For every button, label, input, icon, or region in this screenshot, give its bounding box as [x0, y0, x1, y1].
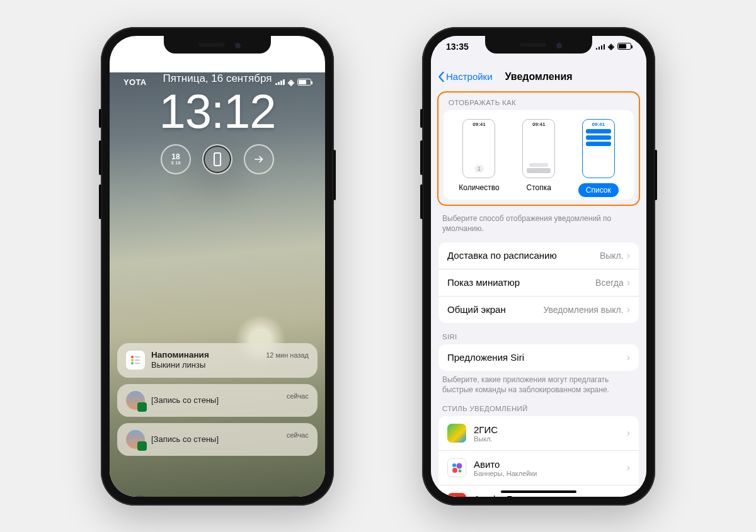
display-as-highlight: ОТОБРАЖАТЬ КАК 09:41 1 Количество 09:41	[437, 91, 640, 206]
row-show-previews[interactable]: Показ миниатюр Всегда›	[438, 269, 639, 296]
svg-point-9	[452, 468, 457, 473]
signal-icon	[596, 43, 605, 50]
wifi-icon: ◈	[288, 77, 294, 87]
notification-body: Выкини линзы	[151, 360, 205, 370]
app-icon-alfabank: A	[447, 493, 466, 496]
notification-time: сейчас	[287, 392, 309, 400]
app-row-2gis[interactable]: 2ГИСВыкл. ›	[438, 416, 639, 450]
svg-point-5	[131, 362, 134, 365]
svg-point-3	[131, 359, 134, 361]
back-button[interactable]: Настройки	[437, 71, 493, 82]
home-indicator[interactable]	[501, 490, 576, 493]
settings-group-general: Доставка по расписанию Выкл.› Показ мини…	[438, 242, 639, 323]
page-title: Уведомления	[505, 71, 572, 82]
settings-screen[interactable]: 13:35 ◈ Настройки Уведомления ОТОБРАЖАТЬ…	[431, 36, 646, 497]
notification-app: Напоминания	[151, 350, 209, 359]
phone-lockscreen: YOTA ◈ Пятница, 16 сентября 13:12 183 18	[101, 27, 334, 506]
nav-bar: Настройки Уведомления	[431, 65, 646, 89]
option-label: Количество	[459, 183, 499, 192]
lockscreen-widgets: 183 18	[110, 144, 325, 174]
lockscreen-bottom-bar: Смахните вверх, чтобы открыть	[110, 495, 325, 497]
section-header-style: СТИЛЬ УВЕДОМЛЕНИЙ	[431, 395, 646, 416]
row-scheduled-delivery[interactable]: Доставка по расписанию Выкл.›	[438, 242, 639, 269]
display-option-list[interactable]: 09:41 Список	[578, 119, 619, 197]
status-bar: YOTA ◈	[110, 77, 325, 87]
lockscreen-time: 13:12	[110, 88, 325, 135]
battery-icon	[297, 79, 311, 86]
siri-footer: Выберите, какие приложения могут предлаг…	[431, 371, 646, 395]
svg-rect-4	[135, 359, 140, 361]
app-list: 2ГИСВыкл. › АвитоБаннеры, Наклейки › A А…	[438, 416, 639, 496]
notification-item[interactable]: [Запись со стены] сейчас	[117, 384, 318, 417]
vk-avatar-icon	[126, 391, 145, 410]
notification-body: [Запись со стены]	[151, 395, 219, 405]
svg-point-1	[131, 356, 134, 358]
battery-icon	[617, 43, 631, 50]
chevron-left-icon	[437, 71, 445, 82]
status-time: 13:35	[446, 42, 469, 52]
chevron-right-icon: ›	[627, 462, 630, 473]
signal-icon	[275, 79, 285, 85]
row-screen-sharing[interactable]: Общий экран Уведомления выкл.›	[438, 296, 639, 323]
chevron-right-icon: ›	[627, 427, 630, 439]
app-row-avito[interactable]: АвитоБаннеры, Наклейки ›	[438, 450, 639, 485]
battery-widget[interactable]	[202, 144, 232, 174]
carrier-label: YOTA	[123, 77, 146, 87]
notification-item[interactable]: [Запись со стены] сейчас	[117, 423, 318, 456]
svg-rect-2	[135, 356, 140, 358]
notification-time: сейчас	[287, 431, 309, 439]
svg-point-7	[452, 463, 456, 467]
section-header-display: ОТОБРАЖАТЬ КАК	[438, 93, 639, 110]
svg-point-10	[459, 470, 462, 473]
display-option-stack[interactable]: 09:41 Стопка	[522, 119, 555, 197]
chevron-right-icon: ›	[627, 352, 630, 363]
app-icon-2gis	[447, 424, 466, 443]
notification-body: [Запись со стены]	[151, 434, 219, 444]
notification-item[interactable]: НапоминанияВыкини линзы 12 мин назад	[117, 343, 318, 378]
display-option-count[interactable]: 09:41 1 Количество	[459, 119, 499, 197]
notch	[164, 36, 271, 54]
svg-rect-0	[214, 153, 220, 166]
lock-screen[interactable]: YOTA ◈ Пятница, 16 сентября 13:12 183 18	[110, 72, 325, 497]
section-header-siri: SIRI	[431, 323, 646, 344]
reminders-icon	[126, 351, 145, 370]
calendar-widget[interactable]: 183 18	[161, 144, 191, 174]
camera-button[interactable]	[281, 495, 309, 497]
chevron-right-icon: ›	[627, 304, 630, 315]
next-widget[interactable]	[244, 144, 274, 174]
phone-settings: 13:35 ◈ Настройки Уведомления ОТОБРАЖАТЬ…	[422, 27, 655, 506]
notification-time: 12 мин назад	[266, 351, 309, 359]
notification-list: НапоминанияВыкини линзы 12 мин назад [За…	[117, 343, 318, 456]
row-siri-suggestions[interactable]: Предложения Siri ›	[438, 344, 639, 371]
display-footer: Выберите способ отображения уведомлений …	[431, 210, 646, 234]
flashlight-button[interactable]	[126, 495, 154, 497]
option-label: Стопка	[527, 183, 551, 192]
notch	[485, 36, 592, 54]
wifi-icon: ◈	[608, 42, 614, 51]
vk-avatar-icon	[126, 430, 145, 449]
svg-rect-6	[135, 363, 140, 364]
chevron-right-icon: ›	[627, 250, 630, 261]
chevron-right-icon: ›	[627, 277, 630, 288]
option-label-selected: Список	[578, 183, 619, 197]
app-icon-avito	[447, 458, 466, 477]
svg-point-8	[457, 463, 462, 469]
